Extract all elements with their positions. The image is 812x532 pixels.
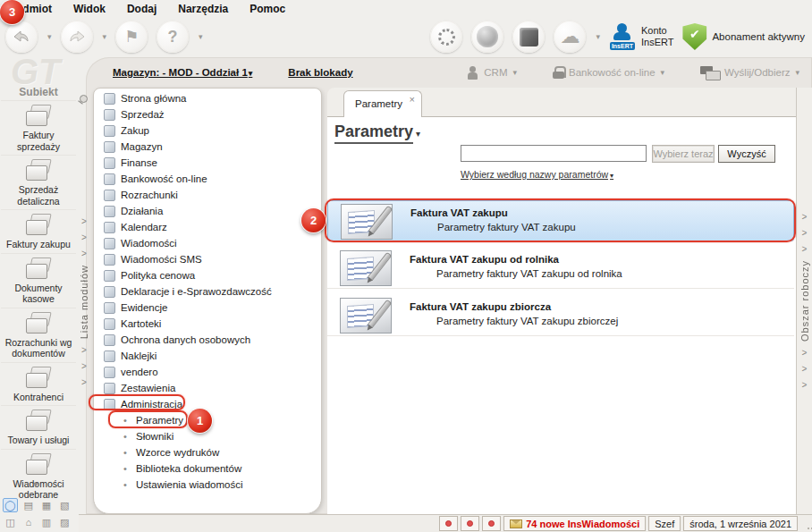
sidebar-module-button[interactable]: Dokumenty kasowe (1, 253, 76, 308)
forward-arrow-button[interactable] (61, 21, 93, 53)
caret-down-icon: ▾ (249, 69, 253, 78)
send-receive-menu[interactable]: Wyślij/Odbierz▾ (700, 66, 799, 80)
caret-down-icon[interactable]: ▾ (199, 32, 203, 41)
konto-insert-button[interactable]: InsERT KontoInsERT (609, 23, 673, 50)
tree-item[interactable]: • Strona główna (94, 90, 321, 106)
module-3d-icon (23, 453, 54, 477)
parameter-list-item[interactable]: Faktura VAT zakupu zbiorcza Parametry fa… (327, 295, 794, 336)
tree-item[interactable]: • Sprzedaż (94, 106, 321, 122)
status-indicator-box[interactable] (482, 516, 501, 531)
tree-item[interactable]: • vendero (94, 364, 321, 380)
sidebar-module-button[interactable]: Wiadomości odebrane (1, 449, 76, 503)
menu-item[interactable]: Dodaj (127, 3, 156, 15)
chevron-icon: > (81, 232, 87, 242)
mini-module-icon[interactable]: ▦ (39, 498, 55, 512)
mini-module-icon[interactable]: ▨ (57, 515, 72, 529)
sidebar-module-button[interactable]: Kontrahenci (1, 362, 76, 406)
tree-item[interactable]: • Słowniki (94, 428, 321, 444)
reply-arrow-button[interactable] (5, 21, 38, 53)
help-button[interactable]: ? (156, 21, 189, 53)
tree-item[interactable]: • Deklaracje i e-Sprawozdawczość (94, 283, 321, 300)
mini-module-icon[interactable]: ▤ (21, 498, 36, 512)
tab-close-icon[interactable]: × (410, 94, 415, 105)
page-title: Parametry (334, 122, 413, 144)
menu-item[interactable]: Narzędzia (178, 3, 228, 15)
sidebar-module-label: Sprzedaż detaliczna (3, 184, 74, 207)
parameter-list-item[interactable]: Faktura VAT zakupu od rolnika Parametry … (327, 248, 794, 289)
tree-item[interactable]: • Zakup (94, 122, 321, 139)
menu-item[interactable]: Widok (73, 3, 106, 15)
sidebar-module-list: Faktury sprzedaży Sprzedaż detaliczna Fa… (0, 100, 77, 503)
mini-module-icon[interactable]: ◯ (3, 498, 18, 512)
tree-item[interactable]: • Działania (94, 203, 321, 219)
module-list-strip[interactable]: > > > Lista modułów > > > (76, 89, 92, 514)
cloud-services-button[interactable]: ☁ (554, 21, 586, 53)
caret-down-icon[interactable]: ▾ (596, 32, 600, 41)
sidebar-module-button[interactable]: Rozrachunki wg dokumentów (1, 308, 76, 362)
select-now-button[interactable]: Wybierz teraz (652, 145, 715, 163)
sidebar-module-button[interactable]: Faktury zakupu (1, 209, 76, 253)
tree-item[interactable]: • Zestawienia (94, 380, 321, 396)
status-indicator-box[interactable] (461, 516, 479, 531)
parameter-document-icon (340, 250, 392, 286)
magazyn-selector[interactable]: Magazyn: - MOD - Oddział 1▾ (113, 67, 252, 78)
tree-item[interactable]: • Ustawienia wiadomości (94, 477, 321, 493)
clear-button[interactable]: Wyczyść (718, 145, 775, 163)
crm-menu[interactable]: CRM▾ (468, 66, 517, 80)
tree-item[interactable]: • Biblioteka dokumentów (94, 460, 321, 477)
online-services-button[interactable] (471, 21, 503, 53)
caret-down-icon[interactable]: ▾ (47, 32, 52, 41)
flag-button[interactable]: ⚑ (115, 21, 148, 53)
mini-module-icon[interactable]: ◫ (3, 515, 18, 529)
filter-by-name-link[interactable]: Wybierz według nazwy parametrów▾ (461, 169, 613, 180)
tree-item-icon (104, 367, 115, 378)
user-status[interactable]: Szef (648, 516, 681, 531)
tab-parametry[interactable]: Parametry × (343, 90, 422, 117)
mini-module-icon[interactable]: ⌂ (21, 515, 36, 529)
tree-item[interactable]: • Polityka cenowa (94, 267, 321, 283)
tree-item[interactable]: • Administracja (94, 396, 321, 412)
parameter-search-input[interactable] (461, 145, 647, 162)
pin-icon[interactable] (80, 95, 88, 103)
resize-grip[interactable] (808, 528, 809, 529)
sidebar-module-button[interactable]: Faktury sprzedaży (1, 100, 76, 155)
tree-item[interactable]: • Ochrona danych osobowych (94, 332, 321, 348)
cube-icon (520, 28, 538, 46)
sidebar-module-button[interactable]: Towary i usługi (1, 405, 76, 449)
tree-item[interactable]: • Finanse (94, 155, 321, 171)
sidebar-module-label: Kontrahenci (3, 392, 74, 403)
tree-item[interactable]: • Wiadomości SMS (94, 251, 321, 267)
tree-item[interactable]: • Ewidencje (94, 300, 321, 316)
tree-item[interactable]: • Naklejki (94, 348, 321, 364)
abonament-status[interactable]: ✔ Abonament aktywny (682, 23, 810, 50)
parameter-list-item[interactable]: Faktura VAT zakupu Parametry faktury VAT… (327, 200, 794, 241)
tree-item-icon (104, 334, 115, 346)
menu-item[interactable]: Pomoc (250, 3, 285, 15)
mini-module-icon[interactable]: ▧ (57, 498, 72, 512)
sync-button[interactable] (430, 21, 462, 53)
tree-item[interactable]: • Rozrachunki (94, 187, 321, 203)
bullet-icon: • (123, 431, 136, 442)
sidebar-more-button[interactable]: ▼ (0, 480, 72, 489)
tree-item[interactable]: • Wzorce wydruków (94, 444, 321, 460)
page-title-menu[interactable]: Parametry▾ (334, 122, 420, 144)
workspace-area-strip[interactable]: > > > Obszar roboczy > > > (796, 88, 812, 514)
banking-menu[interactable]: Bankowość on-line▾ (553, 66, 664, 79)
tree-item-icon (104, 222, 115, 233)
tree-item[interactable]: • Kalendarz (94, 219, 321, 235)
tree-item[interactable]: • Wiadomości (94, 235, 321, 251)
caret-down-icon[interactable]: ▾ (103, 32, 107, 41)
tree-item-label: Finanse (121, 157, 157, 168)
tree-item[interactable]: • Magazyn (94, 139, 321, 155)
bullet-icon: • (123, 447, 136, 458)
tree-item[interactable]: • Bankowość on-line (94, 171, 321, 187)
package-button[interactable] (512, 21, 545, 53)
module-3d-icon (23, 258, 54, 281)
status-indicator-box[interactable] (439, 516, 458, 531)
red-dot-icon (467, 520, 473, 527)
lock-status-link[interactable]: Brak blokady (288, 67, 352, 78)
mini-module-icon[interactable]: ▥ (39, 515, 55, 529)
sidebar-module-button[interactable]: Sprzedaż detaliczna (1, 155, 76, 209)
messages-status[interactable]: 74 nowe InsWiadomości (503, 516, 646, 531)
tree-item[interactable]: • Kartoteki (94, 316, 321, 332)
